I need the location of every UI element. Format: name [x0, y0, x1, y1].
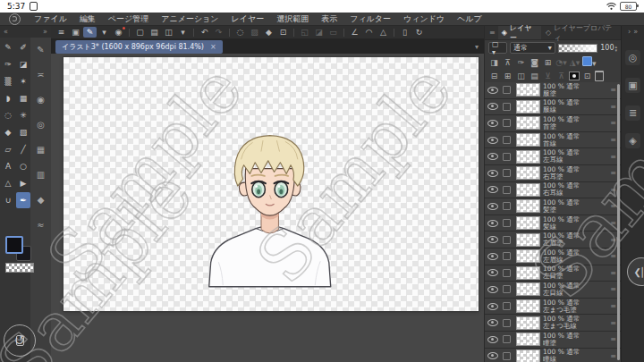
save-menu-chevron-icon[interactable]: ▾ — [176, 27, 190, 38]
layer-checkbox[interactable] — [503, 252, 511, 260]
palette-color-chip[interactable]: ▾ — [582, 56, 597, 68]
layer-thumbnail[interactable] — [516, 216, 540, 230]
layer-row[interactable]: 100 % 通常首塗≡ — [485, 115, 621, 132]
layer-drag-handle-icon[interactable]: ≡ — [610, 169, 616, 177]
layer-checkbox[interactable] — [503, 236, 511, 244]
layer-drag-handle-icon[interactable]: ≡ — [610, 153, 616, 161]
lock-layer-icon[interactable]: ◙ — [529, 58, 540, 67]
strip-chevron-icon-2[interactable]: » — [633, 28, 638, 36]
visibility-eye-icon[interactable] — [487, 153, 498, 160]
layer-thumbnail[interactable] — [516, 316, 540, 330]
visibility-eye-icon[interactable] — [487, 269, 498, 276]
layer-checkbox[interactable] — [503, 136, 511, 144]
collapse-toolbar-chevron-icon[interactable]: ▾ — [475, 43, 479, 51]
layer-thumbnail[interactable] — [516, 266, 540, 280]
snap-special-ruler-icon[interactable]: ◠ — [362, 27, 376, 38]
visibility-eye-icon[interactable] — [487, 203, 498, 210]
layer-drag-handle-icon[interactable]: ≡ — [610, 86, 616, 94]
delete-layer-icon[interactable] — [595, 71, 604, 81]
layer-drag-handle-icon[interactable]: ≡ — [610, 236, 616, 244]
visibility-eye-icon[interactable] — [487, 286, 498, 293]
select-area-icon[interactable]: ◌ — [233, 27, 247, 38]
layer-row[interactable]: 100 % 通常左まつ毛線≡ — [485, 315, 621, 332]
layer-drag-handle-icon[interactable]: ≡ — [610, 302, 616, 310]
layer-thumbnail[interactable] — [516, 299, 540, 313]
subtool-pen-icon[interactable]: ✎ — [37, 45, 44, 55]
layer-mask-icon[interactable] — [569, 72, 580, 80]
layer-thumbnail[interactable] — [516, 100, 540, 114]
gradient-tool[interactable]: ▧ — [16, 124, 30, 140]
layer-row[interactable]: 100 % 通常服塗≡ — [485, 82, 621, 99]
pin-icon[interactable]: ✑ — [515, 58, 527, 67]
layer-checkbox[interactable] — [503, 302, 511, 310]
fill-tool[interactable]: ◆ — [1, 124, 15, 140]
layer-drag-handle-icon[interactable]: ≡ — [610, 352, 616, 360]
select-arrow-tool[interactable]: ▶ — [16, 175, 30, 191]
layer-drag-handle-icon[interactable]: ≡ — [610, 219, 616, 227]
layer-checkbox[interactable] — [503, 153, 511, 161]
visibility-eye-icon[interactable] — [487, 319, 498, 326]
subtool-blend-icon[interactable]: ◆ — [38, 195, 45, 205]
bucket-fill-icon[interactable]: ◆ — [262, 27, 275, 38]
layer-row[interactable]: 100 % 通常左まつ毛塗≡ — [485, 299, 621, 316]
layer-checkbox[interactable] — [503, 269, 511, 277]
layer-drag-handle-icon[interactable]: ≡ — [610, 252, 616, 260]
material-icon[interactable]: ▯ — [398, 27, 411, 38]
visibility-eye-icon[interactable] — [487, 186, 498, 193]
layer-select-chevron-icon[interactable]: ◔▾ — [555, 58, 567, 67]
snap-grid-icon[interactable]: △ — [377, 27, 390, 38]
visibility-eye-icon[interactable] — [487, 137, 498, 144]
visibility-eye-icon[interactable] — [487, 87, 498, 94]
layer-checkbox[interactable] — [503, 335, 511, 343]
opacity-spinner[interactable]: ▴▾ — [614, 45, 617, 52]
merge-down-icon[interactable]: ⊼ — [555, 72, 567, 80]
layer-thumbnail[interactable] — [516, 233, 540, 247]
layer-drag-handle-icon[interactable]: ≡ — [610, 136, 616, 144]
keyframe-icon[interactable]: ⊼ — [502, 58, 513, 67]
layer-drag-handle-icon[interactable]: ≡ — [610, 269, 616, 277]
layer-drag-handle-icon[interactable]: ≡ — [610, 202, 616, 210]
menu-item-ウィンドウ[interactable]: ウィンドウ — [397, 14, 451, 23]
layer-thumbnail[interactable] — [516, 133, 540, 147]
select-pen-icon[interactable]: ▨ — [248, 27, 261, 38]
layer-drag-handle-icon[interactable]: ≡ — [610, 319, 616, 327]
layer-thumbnail[interactable] — [516, 116, 540, 130]
layer-thumbnail[interactable] — [516, 282, 540, 296]
register-icon[interactable]: ⊞ — [542, 58, 554, 67]
lasso-tool[interactable]: ◌ — [1, 107, 15, 123]
layer-thumbnail[interactable] — [516, 349, 540, 362]
companion-mode-button[interactable]: ↺ — [4, 324, 36, 357]
menu-item-アニメーション[interactable]: アニメーション — [155, 14, 225, 23]
layer-drag-handle-icon[interactable]: ≡ — [610, 285, 616, 293]
layer-drag-handle-icon[interactable]: ≡ — [610, 335, 616, 343]
menu-item-ヘルプ[interactable]: ヘルプ — [451, 14, 488, 23]
redo-icon[interactable]: ↷ — [212, 27, 225, 38]
tab-layer-property[interactable]: ◇ レイヤープロパティ — [542, 26, 621, 39]
layer-drag-handle-icon[interactable]: ≡ — [610, 186, 616, 194]
object-tool[interactable]: ▱ — [1, 141, 15, 157]
subtool-property-icon[interactable]: ≍ — [37, 70, 44, 80]
panel-menu-icon[interactable]: ≡ — [489, 29, 496, 37]
visibility-eye-icon[interactable] — [487, 120, 498, 127]
subtool-brush-icon[interactable]: ◉ — [37, 95, 45, 105]
line-tool[interactable]: ╱ — [16, 141, 30, 157]
document-tab[interactable]: イラスト3* (1600 x 896px 96dpi 81.4%) × — [55, 40, 223, 54]
pen-tool[interactable]: ✎ — [1, 39, 15, 55]
layer-thumbnail[interactable] — [516, 83, 540, 97]
layer-row[interactable]: 100 % 通常服線≡ — [485, 99, 621, 116]
undo-icon[interactable]: ↶ — [198, 27, 211, 38]
collapse-left-icon[interactable]: « — [4, 28, 8, 36]
menu-item-表示[interactable]: 表示 — [315, 14, 343, 23]
auto-select-tool[interactable]: ✳ — [16, 107, 30, 123]
polyline-tool[interactable]: △ — [1, 175, 15, 191]
scale-rotate-icon[interactable]: ◱ — [298, 27, 311, 38]
layer-row[interactable]: 100 % 通常左眉塗≡ — [485, 232, 621, 248]
visibility-eye-icon[interactable] — [487, 336, 498, 343]
menu-item-レイヤー[interactable]: レイヤー — [225, 14, 271, 23]
visibility-eye-icon[interactable] — [487, 352, 498, 359]
close-tab-icon[interactable]: × — [210, 43, 216, 51]
search-icon[interactable]: ◎ — [625, 50, 640, 65]
reference-icon[interactable]: ▣ — [625, 78, 640, 93]
visibility-eye-icon[interactable] — [487, 103, 498, 110]
layer-row[interactable]: 100 % 通常髪線≡ — [485, 215, 621, 232]
